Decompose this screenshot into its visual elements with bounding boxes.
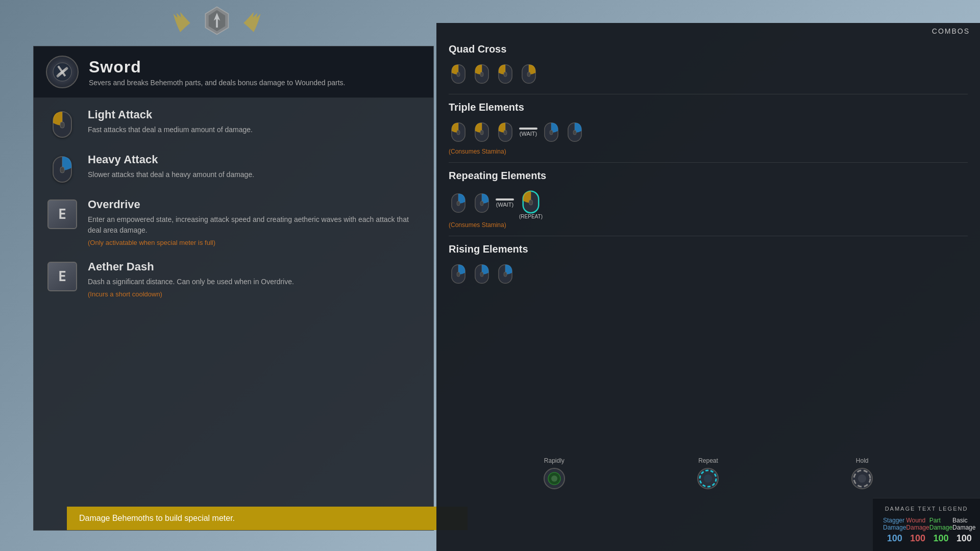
aether-dash-name: Aether Dash	[88, 260, 294, 273]
overdrive-name: Overdrive	[88, 198, 421, 211]
weapon-header: Sword Severs and breaks Behemoth parts, …	[34, 46, 433, 98]
svg-rect-42	[457, 201, 460, 206]
combo-mouse-icon	[519, 61, 538, 87]
aether-dash-text: Aether Dash Dash a significant distance.…	[88, 260, 294, 299]
combo-rising-elements: Rising Elements	[449, 243, 968, 294]
weapon-description: Severs and breaks Behemoth parts, and de…	[89, 79, 346, 87]
combo-mouse-icon	[472, 61, 492, 87]
combo-triple-title: Triple Elements	[449, 102, 968, 113]
overdrive-desc: Enter an empowered state, increasing att…	[88, 214, 421, 236]
legend-items: Stagger Damage 100 Wound Damage 100 Part…	[883, 517, 970, 544]
overdrive-note: (Only activatable when special meter is …	[88, 238, 421, 248]
svg-rect-48	[529, 200, 533, 205]
svg-rect-57	[504, 272, 507, 277]
wait-label: (WAIT)	[520, 131, 537, 137]
svg-rect-18	[480, 72, 483, 77]
combo-mouse-icon	[496, 261, 515, 287]
wait-bar	[519, 128, 537, 130]
stagger-value: 100	[887, 533, 902, 544]
wait-indicator: (WAIT)	[519, 128, 537, 137]
wound-label: Wound Damage	[906, 517, 929, 531]
svg-rect-24	[527, 72, 530, 77]
basic-value: 100	[957, 533, 972, 544]
svg-point-63	[704, 474, 712, 483]
combo-repeat-mouse-icon	[518, 188, 544, 216]
combo-quad-cross-title: Quad Cross	[449, 43, 968, 55]
svg-rect-3	[216, 18, 218, 28]
combo-mouse-icon	[496, 119, 515, 145]
hold-label: Hold	[856, 457, 869, 464]
svg-rect-36	[550, 130, 553, 135]
light-attack-name: Light Attack	[88, 108, 253, 121]
stagger-label: Stagger Damage	[883, 517, 906, 531]
ability-heavy-attack: Heavy Attack Slower attacks that deal a …	[46, 153, 421, 186]
part-value: 100	[933, 533, 948, 544]
indicator-hold: Hold	[851, 457, 873, 490]
basic-label: Basic Damage	[952, 517, 975, 531]
consumes-stamina-1: (Consumes Stamina)	[449, 148, 968, 155]
repeat-label-ind: Repeat	[698, 457, 718, 464]
heavy-attack-text: Heavy Attack Slower attacks that deal a …	[88, 153, 254, 180]
svg-point-4	[53, 63, 71, 81]
hold-icon	[851, 467, 873, 490]
wait-indicator-2: (WAIT)	[496, 198, 514, 208]
combo-mouse-icon	[449, 190, 468, 216]
light-attack-desc: Fast attacks that deal a medium amount o…	[88, 124, 253, 135]
heavy-attack-icon	[46, 153, 79, 186]
svg-rect-12	[60, 167, 64, 173]
combo-mouse-icon	[449, 119, 468, 145]
indicator-repeat: Repeat	[697, 457, 719, 490]
ability-light-attack: Light Attack Fast attacks that deal a me…	[46, 108, 421, 141]
mouse-left-icon	[49, 108, 76, 141]
weapon-name: Sword	[89, 58, 346, 77]
svg-rect-21	[504, 72, 507, 77]
svg-rect-45	[480, 201, 483, 206]
combo-mouse-icon	[472, 190, 492, 216]
rapidly-label: Rapidly	[544, 457, 565, 464]
combo-repeating-icons: (WAIT) (REPEAT)	[449, 188, 968, 218]
combo-mouse-icon	[496, 61, 515, 87]
mouse-right-icon	[49, 153, 76, 186]
input-indicators-row: Rapidly Repeat Hold	[436, 457, 980, 495]
combo-triple-icons: (WAIT)	[449, 119, 968, 145]
svg-point-66	[858, 474, 866, 483]
heavy-attack-name: Heavy Attack	[88, 153, 254, 166]
aether-dash-desc: Dash a significant distance. Can only be…	[88, 277, 294, 287]
svg-rect-30	[480, 130, 483, 135]
svg-rect-9	[60, 122, 64, 128]
combos-header: COMBOS	[932, 23, 970, 39]
svg-point-60	[551, 475, 557, 482]
svg-rect-54	[480, 272, 483, 277]
damage-legend: DAMAGE TEXT LEGEND Stagger Damage 100 Wo…	[873, 498, 980, 551]
ability-overdrive: E Overdrive Enter an empowered state, in…	[46, 198, 421, 248]
combo-mouse-icon	[472, 119, 492, 145]
combo-repeating-elements: Repeating Elements (WAIT)	[449, 170, 968, 236]
part-damage-item: Part Damage 100	[929, 517, 952, 544]
left-panel: Sword Severs and breaks Behemoth parts, …	[33, 46, 434, 531]
bottom-tip-text: Damage Behemoths to build special meter.	[79, 514, 235, 522]
aether-dash-icon: E	[46, 260, 79, 293]
indicator-rapidly: Rapidly	[543, 457, 566, 490]
svg-rect-27	[457, 130, 460, 135]
aether-dash-key: E	[47, 262, 77, 291]
combo-mouse-icon	[449, 261, 468, 287]
repeat-icon	[697, 467, 719, 490]
combo-mouse-icon	[472, 261, 492, 287]
combo-rising-icons	[449, 261, 968, 287]
right-panel: COMBOS Quad Cross	[436, 23, 980, 551]
repeat-icon-container: (REPEAT)	[518, 188, 544, 218]
combo-mouse-icon	[565, 119, 584, 145]
ability-aether-dash: E Aether Dash Dash a significant distanc…	[46, 260, 421, 299]
legend-title: DAMAGE TEXT LEGEND	[883, 506, 970, 512]
sword-icon	[52, 62, 72, 82]
consumes-stamina-2: (Consumes Stamina)	[449, 221, 968, 229]
combo-rising-title: Rising Elements	[449, 243, 968, 255]
overdrive-key: E	[47, 199, 77, 229]
overdrive-icon: E	[46, 198, 79, 231]
light-attack-text: Light Attack Fast attacks that deal a me…	[88, 108, 253, 135]
stagger-damage-item: Stagger Damage 100	[883, 517, 906, 544]
rapidly-icon	[543, 467, 566, 490]
abilities-list: Light Attack Fast attacks that deal a me…	[34, 98, 433, 309]
emblem-icon	[171, 3, 263, 43]
svg-rect-15	[457, 72, 460, 77]
